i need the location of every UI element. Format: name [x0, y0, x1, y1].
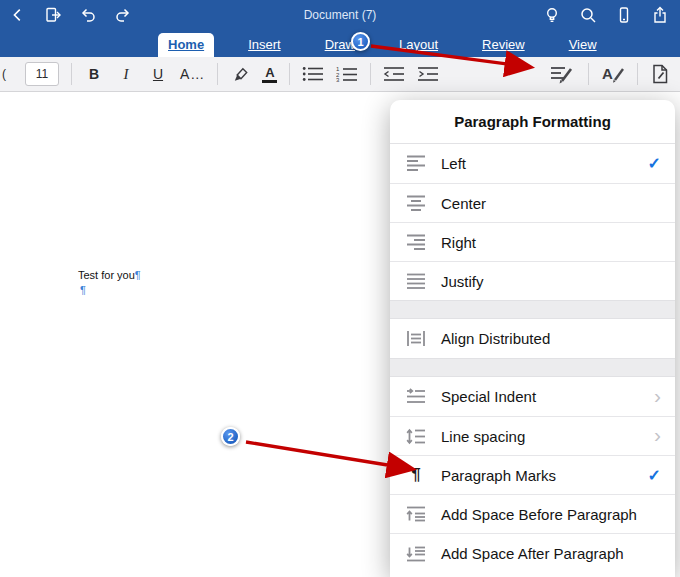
menu-item-line-spacing[interactable]: Line spacing › — [390, 416, 675, 455]
svg-text:3: 3 — [336, 77, 340, 82]
font-color-button[interactable]: A — [262, 66, 277, 83]
back-icon[interactable] — [8, 5, 28, 25]
share-icon[interactable] — [650, 5, 670, 25]
menu-item-center[interactable]: Center — [390, 183, 675, 222]
menu-item-label: Align Distributed — [441, 330, 661, 347]
svg-text:A: A — [602, 65, 613, 82]
highlighter-button[interactable] — [230, 61, 250, 87]
tab-review[interactable]: Review — [472, 33, 535, 57]
export-document-icon[interactable] — [43, 5, 63, 25]
menu-section-paragraph: Special Indent › Line spacing › ¶ Paragr… — [390, 377, 675, 572]
font-size-box[interactable]: 11 — [25, 62, 59, 86]
document-text: Test for you — [78, 269, 135, 281]
ribbon-tabs: Home Insert Draw Layout Review View — [0, 30, 680, 57]
menu-item-left[interactable]: Left ✓ — [390, 144, 675, 183]
toolbar-separator — [370, 63, 371, 85]
formatting-toolbar: ( 11 B I U A… A 123 — [0, 57, 680, 92]
toolbar-separator — [637, 63, 638, 85]
underline-button[interactable]: U — [148, 61, 168, 87]
check-icon: ✓ — [648, 154, 661, 173]
menu-item-paragraph-marks[interactable]: ¶ Paragraph Marks ✓ — [390, 455, 675, 494]
chevron-right-icon: › — [654, 424, 661, 445]
menu-item-add-space-after[interactable]: Add Space After Paragraph — [390, 533, 675, 572]
paragraph-formatting-menu: Paragraph Formatting Left ✓ Center Right — [390, 100, 675, 577]
bold-button[interactable]: B — [84, 61, 104, 87]
menu-section-distributed: Align Distributed — [390, 319, 675, 358]
numbering-button[interactable]: 123 — [336, 61, 358, 87]
bullets-button[interactable] — [302, 61, 324, 87]
search-icon[interactable] — [578, 5, 598, 25]
line-spacing-icon — [404, 428, 428, 445]
toolbar-separator — [588, 63, 589, 85]
menu-item-right[interactable]: Right — [390, 222, 675, 261]
tab-layout[interactable]: Layout — [389, 33, 448, 57]
chevron-right-icon: › — [654, 385, 661, 406]
align-distributed-icon — [404, 330, 428, 347]
paragraph-mark-line2: ¶ — [80, 284, 86, 296]
menu-item-label: Line spacing — [441, 428, 641, 445]
menu-item-label: Center — [441, 195, 661, 212]
redo-icon[interactable] — [113, 5, 133, 25]
check-icon: ✓ — [648, 466, 661, 485]
ideas-lightbulb-icon[interactable] — [542, 5, 562, 25]
toolbar-separator — [289, 63, 290, 85]
menu-section-gap — [390, 300, 675, 319]
tab-home[interactable]: Home — [158, 33, 214, 57]
annotation-badge-2: 2 — [221, 427, 240, 446]
titlebar-left-group — [8, 0, 133, 30]
font-color-letter: A — [265, 66, 274, 79]
paragraph-formatting-button[interactable] — [550, 61, 576, 87]
increase-indent-button[interactable] — [417, 61, 439, 87]
menu-item-label: Special Indent — [441, 388, 641, 405]
toolbar-separator — [71, 63, 72, 85]
title-bar: Document (7) — [0, 0, 680, 30]
menu-item-label: Justify — [441, 273, 661, 290]
mobile-view-icon[interactable] — [614, 5, 634, 25]
align-center-icon — [404, 195, 428, 212]
tab-view[interactable]: View — [559, 33, 607, 57]
more-formatting-button[interactable]: A… — [180, 61, 205, 87]
menu-item-special-indent[interactable]: Special Indent › — [390, 377, 675, 416]
add-space-before-icon — [404, 506, 428, 523]
menu-item-label: Paragraph Marks — [441, 467, 635, 484]
menu-item-add-space-before[interactable]: Add Space Before Paragraph — [390, 494, 675, 533]
menu-item-label: Left — [441, 155, 635, 172]
menu-item-justify[interactable]: Justify — [390, 261, 675, 300]
decrease-indent-button[interactable] — [383, 61, 405, 87]
add-space-after-icon — [404, 545, 428, 562]
pilcrow-icon: ¶ — [404, 465, 428, 485]
menu-section-gap — [390, 358, 675, 377]
word-app-window: Document (7) Home Insert Draw Layout Rev… — [0, 0, 680, 577]
menu-item-align-distributed[interactable]: Align Distributed — [390, 319, 675, 358]
align-justify-icon — [404, 273, 428, 290]
text-styles-button[interactable]: A — [601, 61, 625, 87]
annotation-badge-1: 1 — [351, 32, 370, 51]
titlebar-right-group — [542, 0, 670, 30]
special-indent-icon — [404, 388, 428, 405]
italic-button[interactable]: I — [116, 61, 136, 87]
menu-item-label: Right — [441, 234, 661, 251]
format-document-icon[interactable] — [650, 61, 670, 87]
toolbar-right-group: A — [550, 61, 670, 87]
undo-icon[interactable] — [78, 5, 98, 25]
paragraph-mark: ¶ — [135, 269, 141, 281]
document-text-line: Test for you¶ — [78, 269, 141, 281]
font-name-box-partial[interactable]: ( — [0, 67, 13, 81]
menu-title: Paragraph Formatting — [390, 100, 675, 144]
menu-item-label: Add Space After Paragraph — [441, 545, 661, 562]
font-color-bar — [262, 80, 277, 83]
align-right-icon — [404, 234, 428, 251]
toolbar-separator — [217, 63, 218, 85]
tab-insert[interactable]: Insert — [238, 33, 291, 57]
menu-section-alignment: Left ✓ Center Right Justify — [390, 144, 675, 300]
menu-item-label: Add Space Before Paragraph — [441, 506, 661, 523]
align-left-icon — [404, 155, 428, 172]
